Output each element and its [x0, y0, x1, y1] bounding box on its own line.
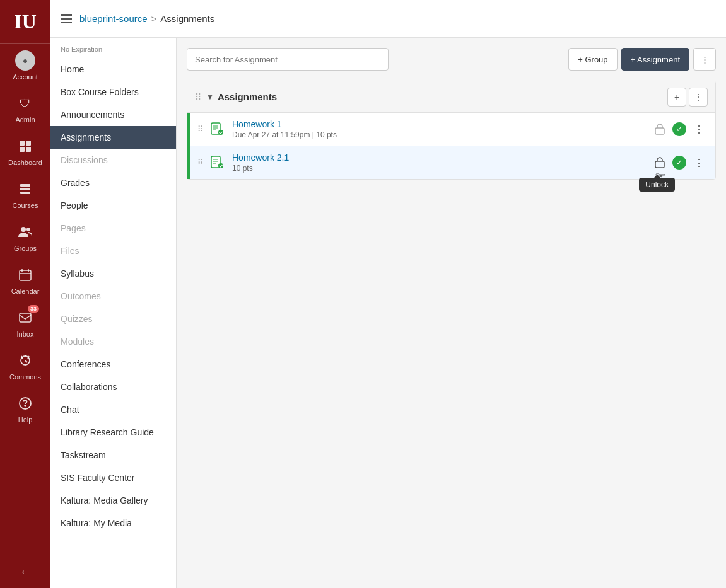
assignment-kebab-menu[interactable]: ⋮ — [690, 120, 708, 138]
cursor-pointer: ☞ — [655, 169, 666, 184]
account-avatar: ● — [15, 50, 35, 71]
avatar-icon: ● — [23, 55, 28, 66]
row-drag-handle[interactable]: ⠿ — [197, 125, 203, 134]
group-actions: + ⋮ — [667, 88, 708, 107]
svg-rect-4 — [20, 184, 30, 187]
nav-label-admin: Admin — [15, 116, 35, 124]
svg-point-8 — [26, 228, 30, 231]
assignment-row: ⠿ Homework 2.1 10 pts — [187, 146, 715, 179]
assignment-title[interactable]: Homework 2.1 — [232, 153, 651, 163]
svg-rect-22 — [655, 161, 664, 168]
nav-item-dashboard[interactable]: Dashboard — [0, 130, 50, 173]
nav-label-commons: Commons — [9, 373, 41, 381]
nav-label-groups: Groups — [14, 245, 37, 252]
nav-item-commons[interactable]: Commons — [0, 344, 50, 387]
assignment-info: Homework 2.1 10 pts — [232, 153, 651, 173]
svg-rect-13 — [20, 313, 31, 322]
action-buttons: + Group + Assignment ⋮ — [568, 48, 716, 71]
course-nav-item-taskstream[interactable]: Taskstream — [50, 444, 176, 466]
course-nav-item-home[interactable]: Home — [50, 58, 176, 81]
nav-label-dashboard: Dashboard — [8, 159, 42, 166]
commons-icon — [15, 350, 35, 371]
published-check[interactable]: ✓ — [672, 122, 686, 136]
group-triangle[interactable]: ▼ — [206, 93, 214, 101]
assignment-info: Homework 1 Due Apr 27 at 11:59pm | 10 pt… — [232, 119, 651, 139]
assignment-kebab-menu[interactable]: ⋮ — [690, 154, 708, 171]
course-nav-item-outcomes: Outcomes — [50, 285, 176, 308]
course-nav-item-announcements[interactable]: Announcements — [50, 103, 176, 126]
svg-rect-3 — [26, 147, 31, 152]
course-nav-item-assignments[interactable]: Assignments — [50, 126, 176, 149]
assignment-points: 10 pts — [316, 130, 337, 139]
nav-label-inbox: Inbox — [17, 330, 34, 338]
nav-item-groups[interactable]: Groups — [0, 216, 50, 258]
hamburger-menu[interactable] — [61, 14, 72, 23]
svg-rect-1 — [26, 141, 31, 146]
nav-item-help[interactable]: Help — [0, 387, 50, 430]
published-check[interactable]: ✓ — [672, 156, 686, 170]
course-nav: No Expiration HomeBox Course FoldersAnno… — [50, 38, 177, 588]
svg-point-7 — [21, 227, 26, 232]
search-input[interactable] — [187, 48, 389, 71]
assignment-title[interactable]: Homework 1 — [232, 119, 651, 129]
course-nav-item-library-research-guide[interactable]: Library Research Guide — [50, 421, 176, 444]
course-nav-item-grades[interactable]: Grades — [50, 171, 176, 194]
course-nav-item-conferences[interactable]: Conferences — [50, 353, 176, 376]
svg-point-21 — [218, 163, 223, 168]
nav-item-account[interactable]: ● Account — [0, 44, 50, 87]
nav-label-account: Account — [13, 73, 38, 81]
course-nav-item-sis-faculty-center[interactable]: SIS Faculty Center — [50, 466, 176, 489]
breadcrumb-link[interactable]: blueprint-source — [79, 13, 148, 24]
inbox-icon: 33 — [15, 308, 35, 328]
nav-item-inbox[interactable]: 33 Inbox — [0, 301, 50, 344]
course-nav-item-kaltura-my-media[interactable]: Kaltura: My Media — [50, 512, 176, 534]
course-nav-item-people[interactable]: People — [50, 194, 176, 217]
course-nav-item-modules: Modules — [50, 330, 176, 353]
nav-label-help: Help — [18, 416, 33, 424]
calendar-icon — [15, 265, 35, 285]
group-more-button[interactable]: ⋮ — [689, 88, 708, 107]
svg-rect-0 — [20, 141, 25, 146]
course-nav-item-pages: Pages — [50, 217, 176, 239]
more-options-button[interactable]: ⋮ — [693, 48, 716, 71]
course-nav-item-chat[interactable]: Chat — [50, 398, 176, 421]
group-title: Assignments — [218, 91, 667, 102]
collapse-icon: ← — [15, 562, 35, 582]
groups-icon — [15, 222, 35, 242]
svg-rect-6 — [20, 192, 30, 194]
logo-text: IU — [14, 10, 37, 33]
svg-rect-5 — [20, 188, 30, 190]
nav-item-calendar[interactable]: Calendar — [0, 258, 50, 301]
group-header: ⠿ ▼ Assignments + ⋮ — [187, 81, 715, 113]
assignment-meta: Due Apr 27 at 11:59pm | 10 pts — [232, 130, 651, 139]
top-bar: blueprint-source > Assignments — [50, 0, 726, 38]
iu-logo[interactable]: IU — [0, 0, 50, 44]
svg-rect-19 — [655, 128, 664, 134]
courses-icon — [15, 179, 35, 199]
blueprint-lock-container: Unlock ☞ — [651, 154, 669, 171]
nav-collapse-button[interactable]: ← — [0, 555, 50, 588]
course-nav-item-kaltura-media-gallery[interactable]: Kaltura: Media Gallery — [50, 489, 176, 512]
course-expiry: No Expiration — [50, 43, 176, 58]
blueprint-lock-icon[interactable] — [651, 120, 669, 138]
due-date: Due Apr 27 at 11:59pm — [232, 130, 310, 139]
add-assignment-button[interactable]: + Assignment — [621, 48, 689, 71]
nav-label-calendar: Calendar — [11, 287, 40, 295]
row-controls: Unlock ☞ ✓ ⋮ — [651, 154, 708, 171]
group-add-button[interactable]: + — [667, 88, 686, 107]
group-drag-handle[interactable]: ⠿ — [195, 92, 201, 102]
assignment-type-icon — [208, 154, 226, 171]
add-group-button[interactable]: + Group — [568, 48, 617, 71]
course-nav-item-quizzes: Quizzes — [50, 308, 176, 330]
nav-item-admin[interactable]: 🛡 Admin — [0, 87, 50, 130]
help-icon — [15, 393, 35, 413]
global-nav: IU ● Account 🛡 Admin Dashboard — [0, 0, 50, 588]
action-bar: + Group + Assignment ⋮ — [187, 48, 716, 71]
nav-item-courses[interactable]: Courses — [0, 173, 50, 216]
course-nav-item-syllabus[interactable]: Syllabus — [50, 262, 176, 285]
course-nav-item-box-course-folders[interactable]: Box Course Folders — [50, 81, 176, 103]
breadcrumb: blueprint-source > Assignments — [79, 13, 214, 24]
assignment-meta: 10 pts — [232, 164, 651, 173]
course-nav-item-collaborations[interactable]: Collaborations — [50, 376, 176, 398]
row-drag-handle[interactable]: ⠿ — [197, 158, 203, 167]
